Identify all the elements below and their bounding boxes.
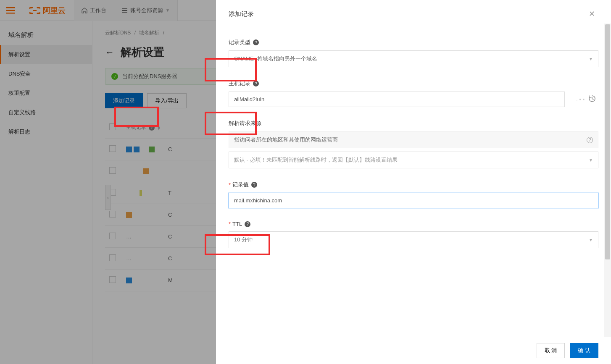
add-record-drawer: 添加记录 ✕ 记录类型 ? CNAME- 将域名指向另外一个域名 ▼ 主机记录 …	[216, 0, 611, 364]
help-icon[interactable]: ?	[253, 81, 259, 86]
host-label: 主机记录 ?	[229, 80, 565, 87]
confirm-button[interactable]: 确 认	[570, 343, 598, 358]
source-select[interactable]: 默认 - 必填！未匹配到智能解析线路时，返回【默认】线路设置结果 ▼	[229, 152, 598, 168]
help-icon[interactable]: ?	[253, 39, 259, 45]
drawer-title: 添加记录	[229, 10, 585, 18]
confirm-label: 确 认	[578, 347, 590, 354]
field-value: * 记录值 ?	[229, 181, 598, 208]
field-ttl: * TTL ? 10 分钟 ▼	[229, 221, 598, 248]
record-type-select[interactable]: CNAME- 将域名指向另外一个域名 ▼	[229, 50, 598, 67]
field-source: 解析请求来源 指访问者所在的地区和其使用的网络运营商 ? 默认 - 必填！未匹配…	[229, 120, 598, 168]
label-text: 主机记录	[229, 80, 250, 87]
drawer-body: 记录类型 ? CNAME- 将域名指向另外一个域名 ▼ 主机记录 ? . ▪ ▪	[216, 28, 611, 337]
drawer-header: 添加记录 ✕	[216, 0, 611, 28]
required-star: *	[229, 182, 231, 188]
host-input[interactable]	[234, 96, 559, 102]
select-value: CNAME- 将域名指向另外一个域名	[234, 55, 317, 63]
label-text: TTL	[232, 221, 242, 227]
ttl-select[interactable]: 10 分钟 ▼	[229, 231, 598, 248]
chevron-down-icon: ▼	[589, 57, 593, 61]
record-type-label: 记录类型 ?	[229, 39, 598, 46]
source-label: 解析请求来源	[229, 120, 598, 127]
chevron-down-icon: ▼	[589, 158, 593, 162]
required-star: *	[229, 221, 231, 227]
value-label: * 记录值 ?	[229, 181, 598, 189]
cancel-button[interactable]: 取 消	[537, 343, 565, 358]
label-text: 记录值	[232, 181, 249, 189]
scrollbar-thumb[interactable]	[605, 24, 610, 259]
label-text: 记录类型	[229, 39, 250, 46]
select-value: 10 分钟	[234, 236, 253, 244]
select-value: 默认 - 必填！未匹配到智能解析线路时，返回【默认】线路设置结果	[234, 156, 398, 164]
drawer-footer: 取 消 确 认	[216, 337, 611, 364]
field-host: 主机记录 ? . ▪ ▪	[229, 80, 565, 107]
help-circle-icon[interactable]: ?	[587, 137, 593, 143]
field-record-type: 记录类型 ? CNAME- 将域名指向另外一个域名 ▼	[229, 39, 598, 67]
history-icon[interactable]	[588, 94, 596, 104]
help-icon[interactable]: ?	[251, 182, 257, 188]
value-input[interactable]	[234, 197, 593, 204]
help-icon[interactable]: ?	[245, 221, 250, 227]
ttl-label: * TTL ?	[229, 221, 598, 227]
chevron-down-icon: ▼	[589, 238, 593, 242]
cancel-label: 取 消	[545, 347, 557, 354]
close-icon[interactable]: ✕	[585, 8, 598, 20]
source-info: 指访问者所在的地区和其使用的网络运营商 ?	[229, 131, 598, 148]
host-input-wrap	[229, 92, 565, 107]
value-input-wrap	[229, 193, 598, 208]
drawer-scrollbar[interactable]	[604, 24, 611, 337]
label-text: 解析请求来源	[229, 120, 261, 127]
domain-suffix: . ▪ ▪	[576, 96, 585, 102]
source-info-text: 指访问者所在的地区和其使用的网络运营商	[234, 136, 587, 144]
